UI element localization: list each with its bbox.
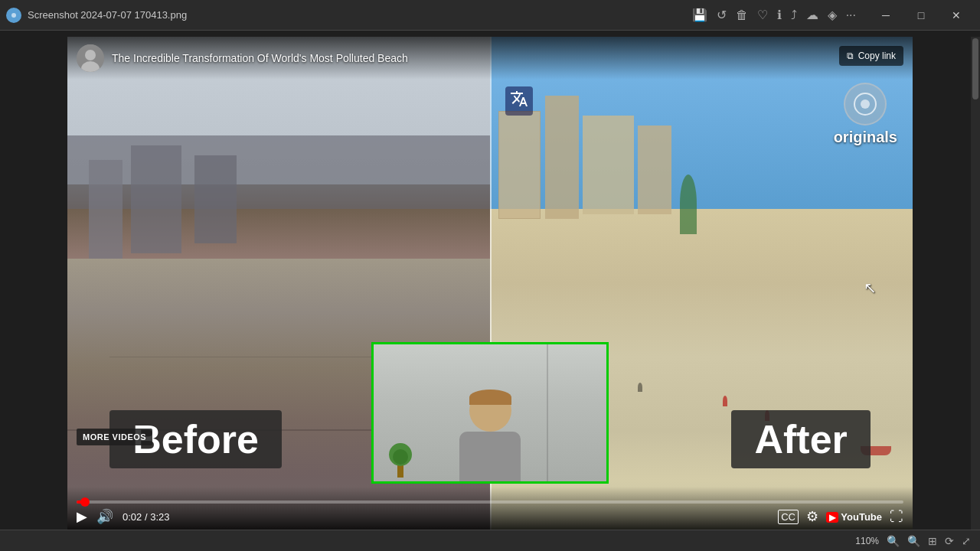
progress-dot [80,497,90,507]
settings-icon[interactable]: ⚙ [806,508,818,525]
scroll-thumb[interactable] [972,38,978,99]
view-icon[interactable]: ⊞ [928,535,937,547]
right-scrollbar[interactable] [971,37,980,530]
status-bar: 110% 🔍 🔍 ⊞ ⟳ ⤢ [0,530,980,551]
info-icon[interactable]: ℹ [777,8,782,22]
translate-icon [505,86,533,116]
cloud-icon[interactable]: ☁ [806,8,818,22]
title-bar: Screenshot 2024-07-07 170413.png 💾 ↺ 🗑 ♡… [0,0,980,31]
save-icon[interactable]: 💾 [692,8,707,22]
main-area: The Incredible Transformation Of World's… [0,31,980,551]
video-controls: ▶ 🔊 0:02 / 3:23 CC ⚙ [67,487,913,530]
svg-point-1 [11,13,16,18]
close-button[interactable]: ✕ [939,0,974,31]
zoom-out-icon[interactable]: 🔍 [887,535,900,547]
file-name: Screenshot 2024-07-07 170413.png [28,9,692,21]
youtube-logo[interactable]: ▶ YouTube [826,511,882,523]
toolbar-icons: 💾 ↺ 🗑 ♡ ℹ ⤴ ☁ ◈ ··· [692,8,856,22]
more-icon[interactable]: ··· [846,8,856,22]
zoom-in-icon[interactable]: 🔍 [907,535,920,547]
rotate-icon[interactable]: ↺ [717,8,727,22]
video-container[interactable]: The Incredible Transformation Of World's… [67,37,913,530]
originals-circle [844,83,887,126]
app-icon [6,8,21,23]
pip-video-person [374,344,606,481]
subtitles-icon[interactable]: CC [778,510,799,524]
controls-row: ▶ 🔊 0:02 / 3:23 CC ⚙ [77,508,903,525]
rotate-status-icon[interactable]: ⟳ [945,535,954,547]
copy-link-label: Copy link [858,51,896,61]
fullscreen-icon[interactable]: ⛶ [890,509,903,525]
play-button[interactable]: ▶ [77,508,87,525]
svg-point-3 [85,50,96,60]
more-videos-button[interactable]: MORE VIDEOS [77,429,152,445]
originals-text: originals [834,129,897,146]
originals-watermark: originals [834,83,897,146]
volume-icon[interactable]: 🔊 [96,508,113,525]
left-sidebar [0,37,67,530]
svg-point-6 [861,99,870,109]
expand-icon[interactable]: ⤢ [962,535,971,547]
controls-right: CC ⚙ ▶ YouTube ⛶ [778,508,903,525]
video-title: The Incredible Transformation Of World's… [112,52,408,64]
zoom-level: 110% [855,536,879,546]
pip-overlay[interactable] [371,342,609,484]
time-current: 0:02 [122,511,142,523]
delete-icon[interactable]: 🗑 [736,8,748,22]
minimize-button[interactable]: ─ [868,0,903,31]
video-title-bar: The Incredible Transformation Of World's… [67,37,913,80]
window-controls: ─ □ ✕ [868,0,974,31]
progress-bar[interactable] [77,500,903,504]
diamond-icon[interactable]: ◈ [828,8,837,22]
maximize-button[interactable]: □ [903,0,939,31]
after-label: After [731,410,870,468]
copy-icon: ⧉ [847,51,854,61]
copy-link-button[interactable]: ⧉ Copy link [839,46,903,66]
time-total: 3:23 [150,511,169,523]
time-display: 0:02 / 3:23 [122,511,169,523]
share-icon[interactable]: ⤴ [791,8,797,22]
favorite-icon[interactable]: ♡ [757,8,768,22]
channel-avatar [77,44,104,72]
controls-left: ▶ 🔊 0:02 / 3:23 [77,508,169,525]
